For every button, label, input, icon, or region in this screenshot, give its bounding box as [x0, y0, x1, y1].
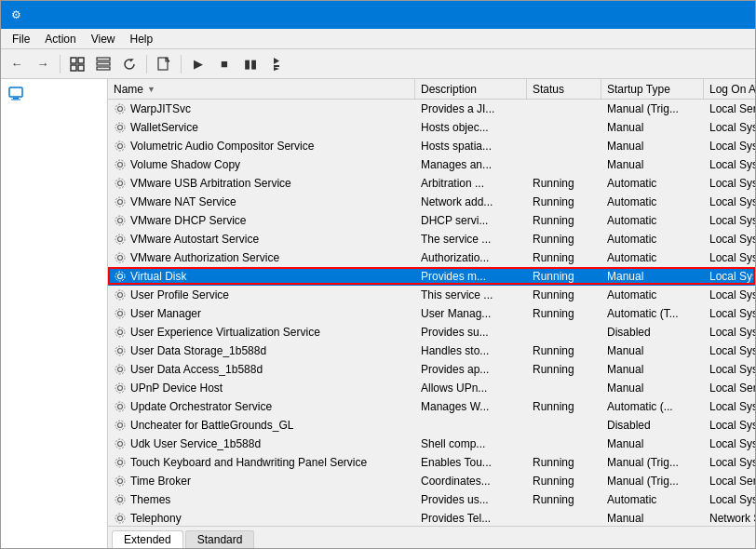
header-startup-type[interactable]: Startup Type	[601, 79, 704, 99]
table-row[interactable]: VMware NAT ServiceNetwork add...RunningA…	[108, 193, 755, 211]
toolbar-stop[interactable]: ■	[212, 53, 236, 75]
sidebar-services-local[interactable]	[5, 83, 103, 103]
service-status-cell: Running	[527, 490, 601, 508]
table-body[interactable]: WarpJITSvcProvides a JI...Manual (Trig..…	[108, 100, 755, 526]
service-startup-cell: Manual	[601, 360, 704, 378]
tab-standard[interactable]: Standard	[185, 530, 255, 548]
sidebar	[1, 79, 108, 548]
menu-help[interactable]: Help	[123, 31, 161, 47]
service-status-cell: Running	[527, 248, 601, 266]
service-name-cell: Themes	[108, 490, 415, 508]
service-name-cell: WarpJITSvc	[108, 100, 415, 117]
svg-point-28	[118, 236, 123, 241]
service-name-cell: User Experience Virtualization Service	[108, 323, 415, 341]
table-row[interactable]: Time BrokerCoordinates...RunningManual (…	[108, 472, 755, 490]
service-desc-cell: Authorizatio...	[415, 248, 527, 266]
toolbar-view[interactable]	[91, 53, 115, 75]
service-startup-cell: Manual	[601, 155, 704, 173]
service-status-cell	[527, 509, 601, 526]
service-name-text: VMware Authorization Service	[130, 251, 279, 264]
table-row[interactable]: WarpJITSvcProvides a JI...Manual (Trig..…	[108, 100, 755, 118]
svg-point-53	[115, 458, 125, 467]
table-row[interactable]: Volumetric Audio Compositor ServiceHosts…	[108, 137, 755, 155]
table-row[interactable]: User Experience Virtualization ServicePr…	[108, 323, 755, 341]
table-row[interactable]: Virtual DiskProvides m...RunningManualLo…	[108, 267, 755, 286]
service-icon	[114, 140, 127, 153]
table-row[interactable]: User Data Access_1b588dProvides ap...Run…	[108, 360, 755, 379]
service-desc-cell: Provides us...	[415, 490, 527, 508]
header-status[interactable]: Status	[527, 79, 601, 99]
service-startup-cell: Automatic (T...	[601, 304, 704, 322]
svg-point-37	[115, 309, 125, 318]
header-name[interactable]: Name ▼	[108, 79, 415, 99]
service-status-cell: Running	[527, 397, 601, 415]
tab-extended[interactable]: Extended	[112, 530, 183, 548]
svg-point-22	[118, 181, 123, 185]
menu-bar: File Action View Help	[1, 29, 755, 49]
service-logon-cell: Local Syste...	[704, 230, 755, 248]
toolbar-restart[interactable]	[264, 53, 289, 75]
table-row[interactable]: Uncheater for BattleGrounds_GLDisabledLo…	[108, 416, 755, 435]
svg-point-16	[118, 125, 123, 129]
svg-point-48	[118, 422, 123, 427]
menu-view[interactable]: View	[84, 31, 123, 47]
table-row[interactable]: VMware DHCP ServiceDHCP servi...RunningA…	[108, 211, 755, 230]
table-row[interactable]: Udk User Service_1b588dShell comp...Manu…	[108, 435, 755, 453]
service-status-cell: Running	[527, 211, 601, 229]
table-row[interactable]: VMware Autostart ServiceThe service ...R…	[108, 230, 755, 248]
toolbar-show-hide[interactable]	[65, 53, 89, 75]
service-logon-cell: Local Syste...	[704, 137, 755, 154]
service-desc-cell: Enables Tou...	[415, 453, 527, 471]
service-icon	[114, 326, 127, 339]
table-row[interactable]: VMware USB Arbitration ServiceArbitratio…	[108, 174, 755, 193]
menu-file[interactable]: File	[5, 31, 37, 47]
service-name-text: Volumetric Audio Compositor Service	[130, 140, 314, 153]
service-desc-cell: The service ...	[415, 230, 527, 248]
service-name-text: User Profile Service	[130, 288, 229, 301]
service-startup-cell: Disabled	[601, 416, 704, 434]
table-row[interactable]: UPnP Device HostAllows UPn...ManualLocal…	[108, 379, 755, 397]
service-startup-cell: Manual	[601, 137, 704, 154]
main-window: ⚙ File Action View Help ← → ▶	[0, 0, 756, 549]
table-row[interactable]: Touch Keyboard and Handwriting Panel Ser…	[108, 453, 755, 472]
service-status-cell: Running	[527, 472, 601, 489]
service-name-text: Touch Keyboard and Handwriting Panel Ser…	[130, 456, 367, 469]
svg-point-59	[115, 514, 125, 523]
toolbar-refresh[interactable]	[117, 53, 142, 75]
table-row[interactable]: User ManagerUser Manag...RunningAutomati…	[108, 304, 755, 323]
service-icon	[114, 344, 127, 357]
service-icon	[114, 456, 127, 469]
table-row[interactable]: User Profile ServiceThis service ...Runn…	[108, 286, 755, 304]
maximize-button[interactable]	[697, 6, 722, 24]
table-row[interactable]: Volume Shadow CopyManages an...ManualLoc…	[108, 155, 755, 174]
table-row[interactable]: Update Orchestrator ServiceManages W...R…	[108, 397, 755, 416]
table-row[interactable]: ThemesProvides us...RunningAutomaticLoca…	[108, 490, 755, 509]
svg-rect-6	[97, 67, 110, 70]
service-icon	[114, 177, 127, 190]
service-name-cell: Time Broker	[108, 472, 415, 489]
toolbar-start[interactable]: ▶	[186, 53, 210, 75]
table-row[interactable]: WalletServiceHosts objec...ManualLocal S…	[108, 118, 755, 137]
toolbar-forward[interactable]: →	[31, 53, 55, 75]
toolbar-pause[interactable]: ▮▮	[238, 53, 263, 75]
service-name-text: Update Orchestrator Service	[130, 400, 272, 413]
toolbar-back[interactable]: ←	[5, 53, 29, 75]
menu-action[interactable]: Action	[37, 31, 83, 47]
close-button[interactable]	[723, 6, 748, 24]
minimize-button[interactable]	[671, 6, 695, 24]
service-icon	[114, 437, 127, 450]
service-status-cell: Running	[527, 453, 601, 471]
svg-point-30	[118, 255, 123, 260]
header-logon[interactable]: Log On As	[704, 79, 755, 99]
toolbar-export[interactable]	[152, 53, 176, 75]
table-row[interactable]: User Data Storage_1b588dHandles sto...Ru…	[108, 341, 755, 360]
table-row[interactable]: VMware Authorization ServiceAuthorizatio…	[108, 248, 755, 267]
service-name-cell: User Manager	[108, 304, 415, 322]
table-row[interactable]: TelephonyProvides Tel...ManualNetwork S.…	[108, 509, 755, 526]
service-icon	[114, 233, 127, 246]
svg-point-42	[118, 367, 123, 371]
service-name-text: VMware Autostart Service	[130, 233, 259, 246]
service-status-cell: Running	[527, 304, 601, 322]
svg-point-56	[118, 497, 123, 502]
header-description[interactable]: Description	[415, 79, 527, 99]
